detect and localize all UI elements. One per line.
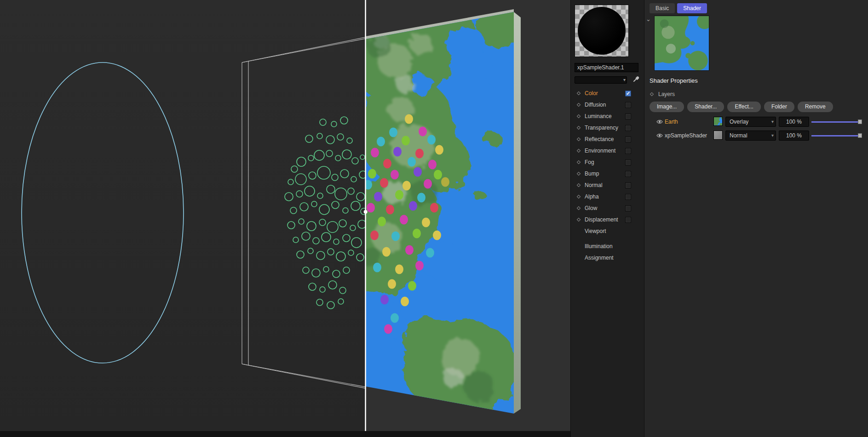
shaded-particle xyxy=(384,324,392,334)
shaded-particle xyxy=(383,159,391,169)
channel-row-luminance[interactable]: Luminance xyxy=(571,111,644,122)
chevron-down-icon: ▾ xyxy=(771,131,774,140)
channel-row-reflectance[interactable]: Reflectance xyxy=(571,134,644,145)
page-list: ViewportIlluminationAssignment xyxy=(571,226,644,264)
preview-options-dropdown[interactable]: ▾ xyxy=(575,76,627,84)
image-button[interactable]: Image... xyxy=(650,102,684,112)
shaded-particle xyxy=(388,279,396,289)
viewport-scene xyxy=(0,0,570,431)
shader-panel: BasicShader ⌄ Shader Properties Layers I… xyxy=(644,0,868,437)
shaded-particle xyxy=(380,178,388,188)
channel-label: Glow xyxy=(585,205,597,211)
channel-label: Diffusion xyxy=(585,102,606,108)
channel-checkbox-glow[interactable] xyxy=(625,205,631,211)
page-item-illumination[interactable]: Illumination xyxy=(571,241,644,252)
material-name-input[interactable] xyxy=(575,63,638,72)
shader-button[interactable]: Shader... xyxy=(687,102,724,112)
layer-name[interactable]: Earth xyxy=(665,119,678,125)
3d-viewport[interactable] xyxy=(0,0,570,437)
viewport-bg-left xyxy=(0,0,366,431)
page-item-viewport[interactable]: Viewport xyxy=(571,226,644,237)
diamond-icon xyxy=(577,126,581,130)
layer-row-earth[interactable]: EarthOverlay▾100 % xyxy=(644,115,868,129)
blend-mode-value: Normal xyxy=(730,132,747,139)
diamond-icon xyxy=(577,114,581,118)
viewport-bottom-bar xyxy=(0,431,570,437)
channel-checkbox-environment[interactable] xyxy=(625,148,631,154)
channel-checkbox-transparency[interactable] xyxy=(625,125,631,131)
tab-shader[interactable]: Shader xyxy=(677,3,707,13)
layer-thumbnail[interactable] xyxy=(713,131,723,140)
layer-name[interactable]: xpSampleShader xyxy=(665,132,707,139)
channel-checkbox-luminance[interactable] xyxy=(625,114,631,119)
layer-visibility-eye-icon[interactable] xyxy=(656,119,663,126)
channel-row-normal[interactable]: Normal xyxy=(571,180,644,191)
channel-row-displacement[interactable]: Displacement xyxy=(571,214,644,226)
textured-plane xyxy=(342,2,523,416)
layer-opacity-slider[interactable] xyxy=(811,117,862,127)
shaded-particle xyxy=(414,167,422,177)
shaded-particle xyxy=(402,136,410,146)
blend-mode-select[interactable]: Normal▾ xyxy=(725,131,776,141)
shaded-particle xyxy=(371,148,379,158)
slider-handle[interactable] xyxy=(858,119,862,124)
channel-row-glow[interactable]: Glow xyxy=(571,203,644,214)
channel-checkbox-diffusion[interactable] xyxy=(625,102,631,108)
layer-opacity-slider[interactable] xyxy=(811,131,862,141)
diamond-icon xyxy=(650,92,654,96)
slider-handle[interactable] xyxy=(858,133,862,138)
shaded-particle xyxy=(405,245,414,255)
channel-checkbox-normal[interactable] xyxy=(625,182,631,188)
shaded-particle xyxy=(373,263,381,272)
channel-checkbox-reflectance[interactable] xyxy=(625,136,631,142)
layer-opacity-value[interactable]: 100 % xyxy=(779,117,809,127)
page-label: Viewport xyxy=(585,228,606,234)
shaded-particle xyxy=(417,193,425,203)
tab-basic[interactable]: Basic xyxy=(650,3,675,13)
page-item-assignment[interactable]: Assignment xyxy=(571,252,644,264)
remove-button[interactable]: Remove xyxy=(798,102,833,112)
layer-opacity-value[interactable]: 100 % xyxy=(779,131,809,141)
channel-checkbox-bump[interactable] xyxy=(625,171,631,177)
channel-row-bump[interactable]: Bump xyxy=(571,168,644,180)
collapse-arrow-icon[interactable]: ⌄ xyxy=(646,16,651,23)
shaded-particle xyxy=(427,135,436,145)
shaded-particle xyxy=(395,265,403,274)
blend-mode-value: Overlay xyxy=(730,119,748,125)
channel-row-color[interactable]: Color xyxy=(571,88,644,99)
channel-row-fog[interactable]: Fog xyxy=(571,157,644,168)
eyedropper-icon[interactable] xyxy=(632,75,640,83)
diamond-icon xyxy=(577,149,581,153)
slider-track xyxy=(811,121,860,123)
layer-row-xpsampleshader[interactable]: xpSampleShaderNormal▾100 % xyxy=(644,129,868,142)
channel-row-alpha[interactable]: Alpha xyxy=(571,191,644,203)
channel-row-environment[interactable]: Environment xyxy=(571,145,644,157)
ab-divider[interactable] xyxy=(365,0,366,431)
shaded-particle xyxy=(389,128,397,137)
channel-checkbox-fog[interactable] xyxy=(625,159,631,165)
shaded-particle xyxy=(386,205,394,215)
ab-divider-handle[interactable] xyxy=(364,210,368,214)
shaded-particle xyxy=(434,170,442,180)
shaded-particle xyxy=(413,229,421,238)
shader-texture-preview[interactable] xyxy=(654,16,709,71)
channel-checkbox-displacement[interactable] xyxy=(625,217,631,223)
shaded-particle xyxy=(405,114,413,124)
shaded-particle xyxy=(380,295,389,305)
channel-row-transparency[interactable]: Transparency xyxy=(571,122,644,134)
channel-row-diffusion[interactable]: Diffusion xyxy=(571,99,644,111)
channel-checkbox-color[interactable] xyxy=(625,91,631,96)
channel-checkbox-alpha[interactable] xyxy=(625,194,631,200)
blend-mode-select[interactable]: Overlay▾ xyxy=(725,117,776,127)
shaded-particle xyxy=(395,190,403,200)
channel-label: Alpha xyxy=(585,193,599,200)
layer-thumbnail[interactable] xyxy=(713,117,723,126)
shaded-particle xyxy=(424,179,432,189)
page-label: Illumination xyxy=(585,243,613,250)
diamond-icon xyxy=(577,91,581,95)
effect-button[interactable]: Effect... xyxy=(727,102,760,112)
layer-visibility-eye-icon[interactable] xyxy=(656,133,663,140)
folder-button[interactable]: Folder xyxy=(764,102,794,112)
diamond-icon xyxy=(577,206,581,210)
material-preview[interactable] xyxy=(575,5,629,57)
